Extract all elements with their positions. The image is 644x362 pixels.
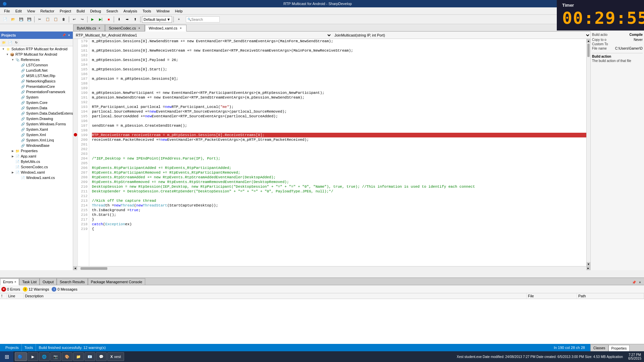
- search-input[interactable]: [191, 17, 218, 21]
- tree-ref-presfw[interactable]: ▶ 🔗 PresentationFramework: [0, 89, 73, 95]
- panel-pin[interactable]: 📌: [61, 33, 66, 38]
- tab-byteutils[interactable]: ByteUtils.cs ×: [73, 24, 105, 31]
- menu-help[interactable]: Help: [172, 8, 185, 14]
- tree-window1cs[interactable]: ▶ 📄 Window1.xaml.cs: [0, 175, 73, 180]
- tab-properties-bottom[interactable]: Properties: [608, 345, 630, 352]
- copy-btn[interactable]: 📋: [44, 16, 51, 23]
- tree-ref-sysdrawing[interactable]: ▶ 🔗 System.Drawing: [0, 116, 73, 121]
- tab-errors-close[interactable]: ×: [14, 280, 16, 284]
- step-over-btn[interactable]: ➡: [123, 16, 131, 23]
- taskbar-outlook-btn[interactable]: 📧: [85, 352, 95, 361]
- taskbar-skype-btn[interactable]: 💬: [96, 352, 107, 361]
- open-btn[interactable]: 📂: [9, 16, 17, 23]
- method-selector[interactable]: JoinMulticast(string IP, int Port): [332, 32, 590, 39]
- bottom-panel-pin[interactable]: 📌: [631, 280, 637, 285]
- tab-packageconsole[interactable]: Package Management Console: [88, 278, 145, 285]
- expand-window1[interactable]: ▶: [11, 170, 15, 174]
- tree-ref-winbase[interactable]: ▶ 🔗 WindowsBase: [0, 143, 73, 148]
- expand-references[interactable]: ▼: [11, 58, 15, 62]
- menu-debug[interactable]: Debug: [88, 8, 104, 14]
- tree-project[interactable]: ▼ 📦 RTP Multicast for Android: [0, 52, 73, 57]
- menu-search[interactable]: Search: [104, 8, 121, 14]
- menu-file[interactable]: File: [1, 8, 13, 14]
- tree-ref-msrlst[interactable]: ▶ 🔗 MSR.LST.Net.Rtp: [0, 73, 73, 78]
- expand-appxaml[interactable]: ▶: [11, 154, 15, 158]
- menu-tools[interactable]: Tools: [140, 8, 154, 14]
- tree-ref-prescore[interactable]: ▶ 🔗 PresentationCore: [0, 84, 73, 89]
- taskbar-chrome-btn[interactable]: 🌐: [39, 352, 50, 361]
- errors-count-badge[interactable]: ✕ 0 Errors: [1, 287, 20, 292]
- vertical-scrollbar[interactable]: ▲ ▼: [586, 39, 590, 266]
- panel-close[interactable]: ×: [67, 33, 71, 38]
- tree-ref-lumisoft[interactable]: ▶ 🔗 LumiSoft.Net: [0, 68, 73, 73]
- taskbar-ps-btn[interactable]: 🎨: [62, 352, 72, 361]
- tree-ref-system[interactable]: ▶ 🔗 System: [0, 95, 73, 100]
- panel-refresh[interactable]: ↻: [13, 40, 19, 46]
- tree-ref-sysxml[interactable]: ▶ 🔗 System.Xml: [0, 132, 73, 137]
- undo-btn[interactable]: ↩: [70, 16, 78, 23]
- step-out-btn[interactable]: ⬆: [131, 16, 139, 23]
- class-selector[interactable]: RTP_Multicast_for_Android.Window1: [73, 32, 332, 39]
- start-btn[interactable]: ⊞: [0, 351, 13, 362]
- layout-dropdown[interactable]: Default layout ▼: [142, 16, 172, 23]
- redo-btn[interactable]: ↪: [78, 16, 86, 23]
- tab-searchresults[interactable]: Search Results: [57, 278, 88, 285]
- tree-solution[interactable]: ▼ ⊞ Solution RTP Multicast for Android: [0, 46, 73, 52]
- tab-close-screencodec[interactable]: ×: [137, 26, 141, 30]
- tab-close-byteutils[interactable]: ×: [97, 26, 101, 30]
- tree-ref-sysdata[interactable]: ▶ 🔗 System.Data: [0, 105, 73, 111]
- menu-view[interactable]: View: [24, 8, 38, 14]
- code-editor[interactable]: 179 180 181 182 183 184 185 186 187 188 …: [73, 39, 590, 266]
- run-select-btn[interactable]: ▶|: [97, 16, 104, 23]
- bottom-panel-close[interactable]: ×: [637, 280, 643, 285]
- tree-byteutils[interactable]: ▶ 📄 ByteUtils.cs: [0, 159, 73, 164]
- save-btn[interactable]: 💾: [17, 16, 25, 23]
- tab-close-window1[interactable]: ×: [179, 26, 183, 30]
- taskbar-sd-btn[interactable]: 🔵: [15, 352, 27, 361]
- warnings-count-badge[interactable]: ! 12 Warnings: [23, 287, 49, 292]
- horizontal-scrollbar[interactable]: ◄ ►: [73, 266, 590, 270]
- panel-add-file[interactable]: 📄: [7, 40, 13, 46]
- tree-window1xaml[interactable]: ▶ 📄 Window1.xaml: [0, 170, 73, 175]
- run-btn[interactable]: ▶: [89, 16, 96, 23]
- expand-properties[interactable]: ▶: [11, 149, 15, 153]
- tree-screencodec[interactable]: ▶ 📄 ScreenCodec.cs: [0, 164, 73, 170]
- menu-edit[interactable]: Edit: [13, 8, 24, 14]
- tab-output[interactable]: Output: [40, 278, 57, 285]
- panel-add-folder[interactable]: 📁: [1, 40, 7, 46]
- messages-count-badge[interactable]: i 0 Messages: [52, 287, 77, 292]
- tree-ref-sysxmllinq[interactable]: ▶ 🔗 System.Xml.Linq: [0, 137, 73, 143]
- tree-ref-sysdataext[interactable]: ▶ 🔗 System.Data.DataSetExtensions: [0, 111, 73, 116]
- tree-ref-systemcore[interactable]: ▶ 🔗 System.Core: [0, 100, 73, 105]
- expand-solution[interactable]: ▼: [1, 47, 5, 51]
- menu-refactor[interactable]: Refactor: [38, 8, 57, 14]
- tab-tasklist[interactable]: Task List: [19, 278, 40, 285]
- tree-ref-networking[interactable]: ▶ 🔗 NetworkingBasics: [0, 78, 73, 84]
- step-in-btn[interactable]: ⬇: [115, 16, 123, 23]
- menu-window[interactable]: Window: [154, 8, 172, 14]
- tab-screencodec[interactable]: ScreenCodec.cs ×: [105, 24, 145, 31]
- delete-btn[interactable]: 🗑: [60, 16, 67, 23]
- tab-window1-xaml-cs[interactable]: Window1.xaml.cs ×: [145, 25, 186, 32]
- menu-analysis[interactable]: Analysis: [121, 8, 140, 14]
- expand-project[interactable]: ▼: [5, 52, 9, 56]
- menu-build[interactable]: Build: [74, 8, 87, 14]
- menu-project[interactable]: Project: [57, 8, 74, 14]
- paste-btn[interactable]: 📋: [52, 16, 59, 23]
- save-all-btn[interactable]: 💾: [25, 16, 33, 23]
- cut-btn[interactable]: ✂: [36, 16, 43, 23]
- taskbar-folder-btn[interactable]: 📁: [73, 352, 84, 361]
- add-view-btn[interactable]: +: [175, 16, 182, 23]
- tab-classes[interactable]: Classes: [590, 345, 608, 351]
- taskbar-camera-btn[interactable]: 📷: [50, 352, 61, 361]
- tree-appxaml[interactable]: ▶ 📄 App.xaml: [0, 154, 73, 159]
- tools-footer-tab[interactable]: Tools: [22, 344, 36, 351]
- tree-references[interactable]: ▼ 📎 References: [0, 57, 73, 62]
- tree-ref-syswinforms[interactable]: ▶ 🔗 System.Windows.Forms: [0, 121, 73, 127]
- taskbar-play-btn[interactable]: ▶: [28, 352, 38, 361]
- projects-footer-tab[interactable]: Projects: [3, 344, 22, 351]
- taskbar-xest-btn[interactable]: X xest: [107, 352, 124, 361]
- tree-properties[interactable]: ▶ 📁 Properties: [0, 148, 73, 154]
- tree-ref-lstcommon[interactable]: ▶ 🔗 LSTCommon: [0, 62, 73, 68]
- stop-btn[interactable]: ■: [105, 16, 112, 23]
